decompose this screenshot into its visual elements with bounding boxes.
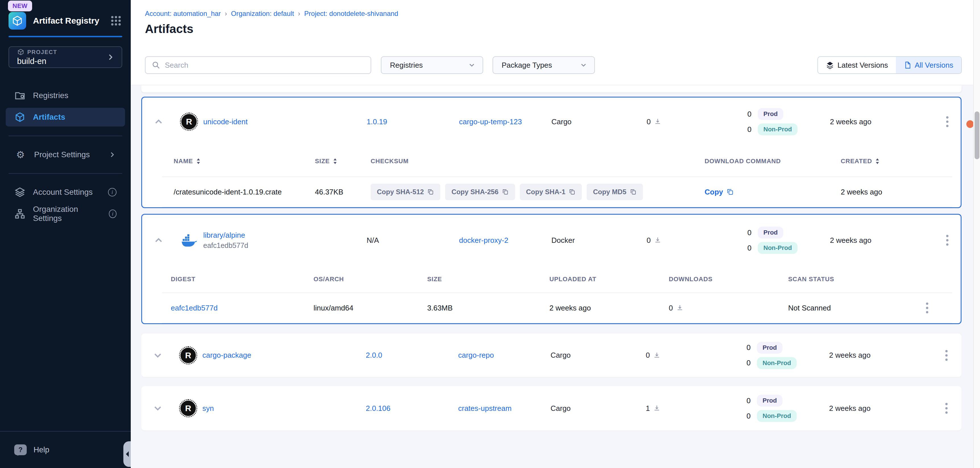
sidebar-nav: Registries Artifacts ⚙ Project Settings … — [0, 86, 131, 223]
project-cube-icon — [17, 48, 24, 56]
copy-sha512-button[interactable]: Copy SHA-512 — [371, 184, 440, 200]
artifact-list: R unicode-ident 1.0.19 cargo-up-temp-123… — [131, 85, 973, 430]
package-types-filter-dropdown[interactable]: Package Types — [493, 56, 595, 74]
copy-icon — [427, 188, 434, 195]
notification-dot — [966, 120, 974, 128]
scrollbar-thumb[interactable] — [975, 111, 980, 159]
chevron-down-icon — [468, 61, 476, 69]
breadcrumb: Account: automation_har › Organization: … — [145, 10, 973, 18]
copy-sha256-button[interactable]: Copy SHA-256 — [445, 184, 515, 200]
column-header-checksum: CHECKSUM — [371, 158, 705, 165]
manifest-size: 3.63MB — [427, 304, 549, 312]
download-command-copy-link[interactable]: Copy — [705, 188, 841, 196]
sidebar-item-registries[interactable]: Registries — [6, 86, 125, 105]
prod-badge: Prod — [758, 108, 783, 120]
registries-filter-dropdown[interactable]: Registries — [381, 56, 483, 74]
artifact-name-link[interactable]: cargo-package — [202, 351, 366, 360]
download-icon — [676, 304, 684, 312]
file-icon — [904, 61, 911, 69]
nav-divider — [8, 173, 122, 174]
row-menu-kebab-icon[interactable] — [924, 300, 931, 315]
sidebar-item-account-settings[interactable]: Account Settings i — [6, 183, 125, 202]
artifact-version-link[interactable]: 1.0.19 — [367, 118, 459, 126]
column-header-size: SIZE — [427, 275, 549, 283]
copy-md5-button[interactable]: Copy MD5 — [587, 184, 643, 200]
latest-versions-button[interactable]: Latest Versions — [818, 57, 896, 73]
prod-count: 0 — [739, 228, 751, 237]
sidebar-item-label: Organization Settings — [33, 205, 102, 223]
search-input[interactable] — [165, 61, 364, 70]
artifact-version-link[interactable]: 2.0.106 — [366, 404, 458, 413]
crate-files-table: NAME SIZE CHECKSUM DOWNLOAD COMMAND CREA… — [162, 146, 952, 207]
app-title: Artifact Registry — [33, 16, 103, 25]
environment-counts: 0Prod 0Non-Prod — [739, 108, 830, 135]
checksum-buttons: Copy SHA-512 Copy SHA-256 Copy SHA-1 — [371, 184, 705, 200]
row-menu-kebab-icon[interactable] — [943, 348, 950, 363]
download-icon — [653, 404, 660, 412]
package-type: Docker — [551, 236, 647, 245]
vertical-scrollbar[interactable] — [973, 0, 980, 468]
nonprod-badge: Non-Prod — [757, 357, 797, 369]
versions-toggle: Latest Versions All Versions — [818, 56, 962, 74]
chevron-down-icon — [579, 61, 587, 69]
copy-icon — [630, 188, 637, 195]
artifact-name-link[interactable]: unicode-ident — [203, 118, 367, 126]
artifact-name-link[interactable]: syn — [202, 404, 366, 413]
digest-link[interactable]: eafc1edb577d — [171, 304, 313, 312]
breadcrumb-organization[interactable]: Organization: default — [231, 10, 294, 18]
sidebar-item-artifacts[interactable]: Artifacts — [6, 108, 125, 127]
artifact-version-link[interactable]: 2.0.0 — [366, 351, 458, 360]
sort-icon[interactable] — [196, 158, 201, 165]
docker-package-icon — [181, 233, 197, 247]
artifact-registry-link[interactable]: cargo-up-temp-123 — [459, 118, 551, 126]
artifact-registry-link[interactable]: cargo-repo — [458, 351, 550, 360]
page-header: Account: automation_har › Organization: … — [131, 0, 973, 46]
row-menu-kebab-icon[interactable] — [944, 232, 951, 248]
project-selector[interactable]: PROJECT build-en — [8, 46, 122, 68]
package-types-filter-label: Package Types — [502, 61, 552, 70]
artifact-name-link[interactable]: library/alpine — [203, 231, 367, 240]
docker-manifest-row: eafc1edb577d linux/amd64 3.63MB 2 weeks … — [162, 293, 952, 323]
copy-sha1-button[interactable]: Copy SHA-1 — [520, 184, 582, 200]
module-grid-icon[interactable] — [110, 14, 122, 27]
package-type: Cargo — [550, 351, 646, 360]
collapse-row-chevron-up-icon[interactable] — [153, 234, 164, 246]
copy-icon — [569, 188, 576, 195]
breadcrumb-account[interactable]: Account: automation_har — [145, 10, 221, 18]
sort-icon[interactable] — [875, 158, 880, 165]
row-menu-kebab-icon[interactable] — [944, 114, 951, 129]
artifact-registry-link[interactable]: docker-proxy-2 — [459, 236, 551, 245]
sidebar: NEW Artifact Registry PROJECT build-en — [0, 0, 131, 468]
sidebar-item-help[interactable]: ? Help — [0, 431, 131, 468]
project-name: build-en — [17, 57, 106, 66]
sort-icon[interactable] — [332, 158, 338, 165]
expand-row-chevron-down-icon[interactable] — [152, 350, 164, 361]
sidebar-collapse-handle[interactable] — [123, 441, 131, 467]
column-header-size[interactable]: SIZE — [315, 158, 371, 165]
artifact-version: N/A — [367, 236, 459, 245]
nonprod-count: 0 — [738, 358, 751, 367]
row-menu-kebab-icon[interactable] — [943, 401, 950, 416]
info-icon[interactable]: i — [108, 188, 116, 196]
artifact-registry-link[interactable]: crates-upstream — [458, 404, 550, 413]
latest-versions-label: Latest Versions — [837, 61, 888, 70]
environment-counts: 0Prod 0Non-Prod — [738, 342, 829, 369]
expand-row-chevron-down-icon[interactable] — [152, 403, 164, 414]
breadcrumb-project[interactable]: Project: donotdelete-shivanand — [304, 10, 398, 18]
download-icon — [654, 118, 662, 126]
environment-counts: 0Prod 0Non-Prod — [738, 395, 829, 422]
artifact-card-unicode-ident: R unicode-ident 1.0.19 cargo-up-temp-123… — [141, 97, 961, 208]
collapse-row-chevron-up-icon[interactable] — [153, 116, 164, 127]
chevron-right-icon — [106, 52, 115, 62]
crate-file-row: /cratesunicode-ident-1.0.19.crate 46.37K… — [162, 177, 952, 207]
sidebar-item-project-settings[interactable]: ⚙ Project Settings — [6, 145, 125, 164]
column-header-created[interactable]: CREATED — [841, 158, 952, 165]
prod-badge: Prod — [757, 395, 783, 407]
collapse-left-icon — [123, 451, 129, 457]
download-icon — [653, 352, 660, 359]
info-icon[interactable]: i — [109, 210, 116, 218]
downloads-value: 0 — [669, 304, 673, 312]
sidebar-item-organization-settings[interactable]: Organization Settings i — [6, 204, 125, 223]
column-header-name[interactable]: NAME — [173, 158, 315, 165]
all-versions-button[interactable]: All Versions — [896, 57, 961, 73]
